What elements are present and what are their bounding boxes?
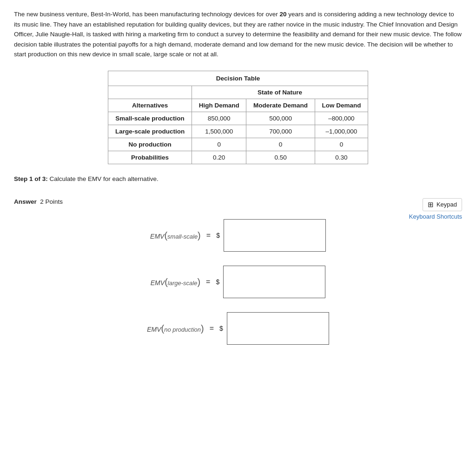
emv-no-production-equals: = (210, 324, 214, 333)
emv-small-scale-dollar: $ (216, 232, 220, 239)
answer-points: 2 Points (40, 198, 63, 205)
emv-large-scale-row: EMV(large-scale) = $ (151, 266, 325, 298)
row-no-production-high: 0 (192, 138, 246, 151)
decision-table: Decision Table State of Nature Alternati… (108, 71, 368, 164)
keypad-icon: ⊞ (428, 200, 434, 209)
row-no-production-alt: No production (108, 138, 192, 151)
row-large-scale-alt: Large-scale production (108, 125, 192, 138)
table-row: Large-scale production 1,500,000 700,000… (108, 125, 368, 138)
step-description: Calculate the EMV for each alternative. (48, 175, 159, 182)
row-no-production-moderate: 0 (246, 138, 315, 151)
intro-bold-20: 20 (280, 11, 287, 18)
table-row: Small-scale production 850,000 500,000 –… (108, 112, 368, 125)
emv-no-production-row: EMV(no production) = $ (147, 312, 329, 345)
col-header-low-demand: Low Demand (315, 99, 368, 112)
decision-table-container: Decision Table State of Nature Alternati… (14, 71, 462, 164)
row-probabilities-alt: Probabilities (108, 151, 192, 164)
state-of-nature-header: State of Nature (192, 86, 368, 99)
emv-no-production-dollar: $ (219, 325, 223, 332)
answer-section: Answer 2 Points ⊞ Keypad Keyboard Shortc… (14, 198, 462, 345)
table-title: Decision Table (108, 71, 368, 86)
keypad-button-label: Keypad (436, 201, 457, 208)
row-small-scale-moderate: 500,000 (246, 112, 315, 125)
step-text: Step 1 of 3: Calculate the EMV for each … (14, 175, 462, 182)
intro-text-after-bold: years and is considering adding a new te… (14, 11, 462, 58)
emv-large-scale-label: EMV(large-scale) (151, 277, 200, 287)
keypad-area: ⊞ Keypad Keyboard Shortcuts (409, 198, 462, 220)
row-probabilities-moderate: 0.50 (246, 151, 315, 164)
emv-no-production-label: EMV(no production) (147, 324, 204, 333)
emv-small-scale-label: EMV(small-scale) (150, 231, 201, 240)
intro-text-before-bold: The new business venture, Best-In-World,… (14, 11, 280, 18)
emv-large-scale-dollar: $ (216, 278, 219, 286)
row-small-scale-low: –800,000 (315, 112, 368, 125)
emv-small-scale-row: EMV(small-scale) = $ (150, 219, 326, 252)
intro-paragraph: The new business venture, Best-In-World,… (14, 9, 462, 60)
emv-no-production-input[interactable] (227, 312, 329, 345)
row-no-production-low: 0 (315, 138, 368, 151)
row-small-scale-high: 850,000 (192, 112, 246, 125)
col-header-high-demand: High Demand (192, 99, 246, 112)
row-large-scale-low: –1,000,000 (315, 125, 368, 138)
answer-label: Answer (14, 198, 37, 205)
emv-small-scale-equals: = (206, 231, 211, 240)
row-large-scale-moderate: 700,000 (246, 125, 315, 138)
answer-header: Answer 2 Points (14, 198, 462, 205)
step-label: Step 1 of 3: (14, 175, 48, 182)
table-row: Probabilities 0.20 0.50 0.30 (108, 151, 368, 164)
row-probabilities-high: 0.20 (192, 151, 246, 164)
col-header-alternatives: Alternatives (108, 99, 192, 112)
keypad-button[interactable]: ⊞ Keypad (423, 198, 462, 211)
row-small-scale-alt: Small-scale production (108, 112, 192, 125)
col-header-moderate-demand: Moderate Demand (246, 99, 315, 112)
emv-formulas-container: EMV(small-scale) = $ EMV(large-scale) = … (14, 219, 462, 345)
emv-small-scale-input[interactable] (224, 219, 326, 252)
keyboard-shortcuts-button[interactable]: Keyboard Shortcuts (409, 213, 462, 220)
row-large-scale-high: 1,500,000 (192, 125, 246, 138)
row-probabilities-low: 0.30 (315, 151, 368, 164)
emv-large-scale-input[interactable] (223, 266, 325, 298)
table-row: No production 0 0 0 (108, 138, 368, 151)
emv-large-scale-equals: = (206, 278, 210, 286)
